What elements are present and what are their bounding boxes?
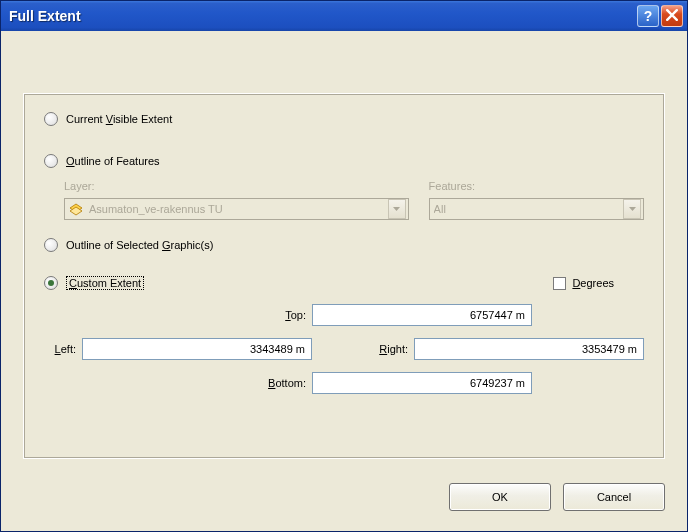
degrees-checkbox[interactable]: Degrees xyxy=(553,277,614,290)
radio-outline-graphic[interactable]: Outline of Selected Graphic(s) xyxy=(44,238,644,252)
close-icon xyxy=(666,8,678,24)
radio-icon xyxy=(44,276,58,290)
titlebar: Full Extent ? xyxy=(1,1,687,31)
ok-button[interactable]: OK xyxy=(449,483,551,511)
radio-icon xyxy=(44,154,58,168)
radio-label: Current Visible Extent xyxy=(66,113,172,125)
features-label: Features: xyxy=(429,180,644,192)
checkbox-icon xyxy=(553,277,566,290)
layer-combo: Asumaton_ve-rakennus TU xyxy=(64,198,409,220)
bottom-label: Bottom: xyxy=(156,377,306,389)
svg-marker-3 xyxy=(629,207,636,211)
features-combo-text: All xyxy=(434,203,623,215)
left-value: 3343489 m xyxy=(250,343,305,355)
radio-label: Outline of Selected Graphic(s) xyxy=(66,239,213,251)
radio-icon xyxy=(44,112,58,126)
radio-outline-features[interactable]: Outline of Features xyxy=(44,154,644,168)
main-groupbox: Current Visible Extent Outline of Featur… xyxy=(23,93,665,459)
client-area: Current Visible Extent Outline of Featur… xyxy=(1,31,687,531)
cancel-button[interactable]: Cancel xyxy=(563,483,665,511)
cancel-label: Cancel xyxy=(597,491,631,503)
layer-combo-text: Asumaton_ve-rakennus TU xyxy=(89,203,388,215)
radio-icon xyxy=(44,238,58,252)
chevron-down-icon xyxy=(623,199,641,219)
dialog-buttons: OK Cancel xyxy=(449,483,665,511)
bottom-field[interactable]: 6749237 m xyxy=(312,372,532,394)
right-value: 3353479 m xyxy=(582,343,637,355)
top-field[interactable]: 6757447 m xyxy=(312,304,532,326)
radio-custom-extent[interactable]: Custom Extent xyxy=(44,276,144,290)
dialog-window: Full Extent ? Current Visible Extent xyxy=(0,0,688,532)
window-title: Full Extent xyxy=(9,8,637,24)
close-button[interactable] xyxy=(661,5,683,27)
layer-icon xyxy=(69,202,83,216)
top-value: 6757447 m xyxy=(470,309,525,321)
svg-marker-2 xyxy=(393,207,400,211)
features-combo: All xyxy=(429,198,644,220)
chevron-down-icon xyxy=(388,199,406,219)
radio-label: Outline of Features xyxy=(66,155,160,167)
left-label: Left: xyxy=(44,343,76,355)
titlebar-buttons: ? xyxy=(637,5,683,27)
right-field[interactable]: 3353479 m xyxy=(414,338,644,360)
checkbox-label: Degrees xyxy=(572,277,614,289)
outline-features-subgroup: Layer: Asumaton_ve-rakennus TU xyxy=(64,180,644,220)
help-button[interactable]: ? xyxy=(637,5,659,27)
ok-label: OK xyxy=(492,491,508,503)
bottom-value: 6749237 m xyxy=(470,377,525,389)
layer-label: Layer: xyxy=(64,180,409,192)
help-icon: ? xyxy=(644,8,653,24)
extent-fields: Top: 6757447 m Left: 3343489 m xyxy=(44,304,644,394)
radio-label: Custom Extent xyxy=(66,276,144,290)
top-label: Top: xyxy=(156,309,306,321)
left-field[interactable]: 3343489 m xyxy=(82,338,312,360)
right-label: Right: xyxy=(368,343,408,355)
radio-current-visible[interactable]: Current Visible Extent xyxy=(44,112,644,126)
